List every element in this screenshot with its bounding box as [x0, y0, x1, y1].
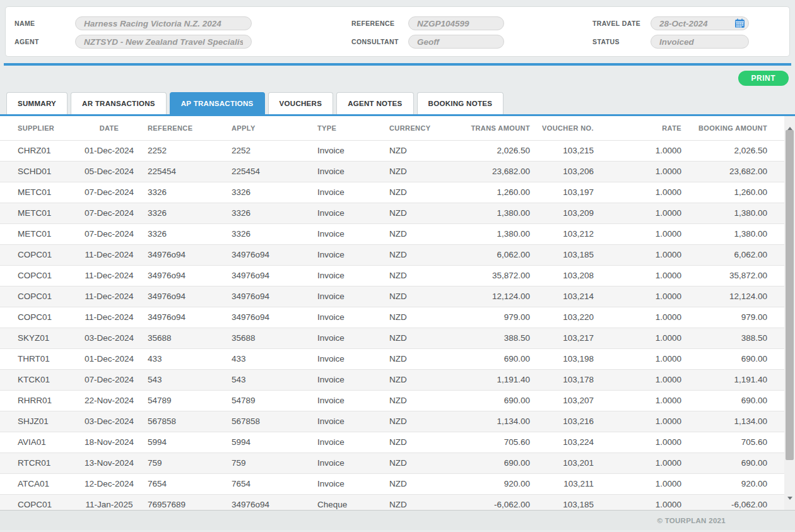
table-cell: 34976o94	[139, 286, 223, 307]
table-cell: 1.0000	[599, 286, 681, 307]
vertical-scrollbar[interactable]	[784, 116, 795, 510]
table-cell: 3326	[139, 203, 223, 223]
toolbar: PRINT	[0, 66, 795, 93]
table-cell: 07-Dec-2024	[79, 223, 139, 244]
table-cell: Invoice	[307, 390, 380, 411]
status-field[interactable]	[651, 35, 749, 49]
table-cell: 76957689	[139, 494, 223, 510]
table-cell: 225454	[139, 161, 223, 182]
table-cell: 3326	[139, 223, 223, 244]
table-row[interactable]: CHRZ0101-Dec-202422522252InvoiceNZD2,026…	[0, 140, 784, 161]
table-cell: Invoice	[307, 307, 380, 328]
table-cell: 1.0000	[599, 473, 681, 494]
table-cell: NZD	[380, 182, 456, 203]
table-cell: SHJZ01	[0, 411, 79, 432]
table-cell: COPC01	[0, 265, 79, 286]
table-cell: 1,380.00	[681, 223, 784, 244]
ap-transactions-table: SUPPLIER DATE REFERENCE APPLY TYPE CURRE…	[0, 116, 784, 510]
travel-date-label: TRAVEL DATE	[592, 20, 651, 27]
table-cell: 7654	[139, 473, 223, 494]
table-cell: KTCK01	[0, 369, 79, 390]
table-cell: Invoice	[307, 161, 380, 182]
table-cell: RHRR01	[0, 390, 79, 411]
tab-ar-transactions[interactable]: AR TRANSACTIONS	[71, 92, 167, 114]
table-cell: Invoice	[307, 203, 380, 223]
table-cell: 1,260.00	[681, 182, 784, 203]
print-button[interactable]: PRINT	[738, 71, 789, 86]
table-row[interactable]: SHJZ0103-Dec-2024567858567858InvoiceNZD1…	[0, 411, 784, 432]
tab-booking-notes[interactable]: BOOKING NOTES	[417, 92, 504, 114]
table-row[interactable]: THRT0101-Dec-2024433433InvoiceNZD690.001…	[0, 348, 784, 369]
table-row[interactable]: SKYZ0103-Dec-20243568835688InvoiceNZD388…	[0, 328, 784, 348]
table-cell: 35688	[139, 328, 223, 348]
table-cell: NZD	[380, 223, 456, 244]
table-cell: 23,682.00	[681, 161, 784, 182]
table-cell: 103,185	[530, 244, 599, 265]
table-row[interactable]: COPC0111-Dec-202434976o9434976o94Invoice…	[0, 244, 784, 265]
table-row[interactable]: COPC0111-Jan-20257695768934976o94ChequeN…	[0, 494, 784, 510]
table-cell: Cheque	[307, 494, 380, 510]
table-row[interactable]: RTCR0113-Nov-2024759759InvoiceNZD690.001…	[0, 452, 784, 473]
column-header-currency: CURRENCY	[380, 116, 456, 140]
table-cell: 1.0000	[599, 307, 681, 328]
table-row[interactable]: METC0107-Dec-202433263326InvoiceNZD1,380…	[0, 203, 784, 223]
table-cell: 690.00	[456, 452, 530, 473]
table-cell: Invoice	[307, 369, 380, 390]
table-cell: 103,207	[530, 390, 599, 411]
name-label: NAME	[15, 20, 75, 27]
agent-label: AGENT	[15, 38, 75, 45]
table-cell: 1.0000	[599, 452, 681, 473]
table-cell: NZD	[380, 432, 456, 452]
table-cell: 103,211	[530, 473, 599, 494]
table-cell: 05-Dec-2024	[79, 161, 139, 182]
column-header-booking-amount: BOOKING AMOUNT	[681, 116, 784, 140]
footer-bar: © TOURPLAN 2021	[0, 510, 795, 530]
table-row[interactable]: SCHD0105-Dec-2024225454225454InvoiceNZD2…	[0, 161, 784, 182]
table-cell: 34976o94	[139, 265, 223, 286]
table-cell: NZD	[380, 390, 456, 411]
scroll-down-icon[interactable]	[784, 499, 795, 510]
table-cell: 12-Dec-2024	[79, 473, 139, 494]
table-cell: NZD	[380, 328, 456, 348]
agent-field[interactable]	[75, 35, 252, 49]
table-row[interactable]: METC0107-Dec-202433263326InvoiceNZD1,260…	[0, 182, 784, 203]
tab-ap-transactions[interactable]: AP TRANSACTIONS	[170, 92, 265, 114]
scrollbar-thumb[interactable]	[786, 130, 794, 460]
consultant-field[interactable]	[408, 35, 504, 49]
tab-agent-notes[interactable]: AGENT NOTES	[336, 92, 413, 114]
table-cell: 34976o94	[223, 307, 307, 328]
reference-field[interactable]	[408, 16, 504, 30]
table-cell: 35,872.00	[681, 265, 784, 286]
table-row[interactable]: COPC0111-Dec-202434976o9434976o94Invoice…	[0, 307, 784, 328]
name-field[interactable]	[75, 16, 252, 30]
table-cell: Invoice	[307, 265, 380, 286]
tab-bar: SUMMARY AR TRANSACTIONS AP TRANSACTIONS …	[0, 93, 795, 116]
table-cell: 11-Dec-2024	[79, 286, 139, 307]
table-row[interactable]: COPC0111-Dec-202434976o9434976o94Invoice…	[0, 265, 784, 286]
table-cell: 690.00	[681, 390, 784, 411]
table-row[interactable]: COPC0111-Dec-202434976o9434976o94Invoice…	[0, 286, 784, 307]
scroll-up-icon[interactable]	[784, 116, 795, 127]
table-cell: 11-Dec-2024	[79, 307, 139, 328]
table-cell: Invoice	[307, 328, 380, 348]
table-cell: -6,062.00	[456, 494, 530, 510]
table-cell: 35,872.00	[456, 265, 530, 286]
tab-summary[interactable]: SUMMARY	[6, 92, 68, 114]
table-row[interactable]: RHRR0122-Nov-20245478954789InvoiceNZD690…	[0, 390, 784, 411]
table-cell: 1.0000	[599, 411, 681, 432]
table-row[interactable]: KTCK0107-Dec-2024543543InvoiceNZD1,191.4…	[0, 369, 784, 390]
table-row[interactable]: METC0107-Dec-202433263326InvoiceNZD1,380…	[0, 223, 784, 244]
table-cell: Invoice	[307, 223, 380, 244]
table-cell: NZD	[380, 286, 456, 307]
table-row[interactable]: AVIA0118-Nov-202459945994InvoiceNZD705.6…	[0, 432, 784, 452]
table-cell: 34976o94	[223, 244, 307, 265]
table-cell: 1.0000	[599, 244, 681, 265]
table-cell: 979.00	[456, 307, 530, 328]
table-row[interactable]: ATCA0112-Dec-202476547654InvoiceNZD920.0…	[0, 473, 784, 494]
table-cell: 103,212	[530, 223, 599, 244]
table-cell: 2,026.50	[456, 140, 530, 161]
tab-vouchers[interactable]: VOUCHERS	[268, 92, 334, 114]
calendar-icon[interactable]	[734, 18, 745, 28]
column-header-date: DATE	[79, 116, 139, 140]
table-cell: 103,215	[530, 140, 599, 161]
